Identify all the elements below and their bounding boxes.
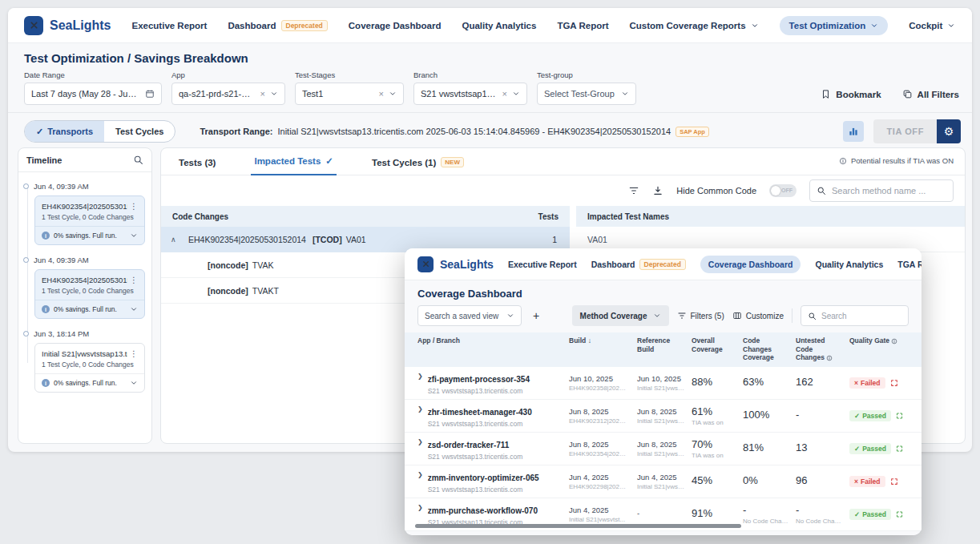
chevron-down-icon (506, 312, 514, 320)
brand[interactable]: SeaLights (24, 16, 111, 35)
all-filters-button[interactable]: All Filters (902, 89, 959, 99)
chevron-down-icon (751, 22, 759, 30)
check-icon: ✓ (854, 445, 860, 453)
coverage-row[interactable]: ❯zhr-timesheet-manager-430S21 vwsvtstsap… (405, 400, 922, 433)
saved-view-select[interactable]: Search a saved view (417, 305, 522, 326)
tab-tests[interactable]: Tests (3) (175, 158, 219, 175)
quality-gate-badge[interactable]: ×Failed (849, 476, 885, 487)
quality-gate-badge[interactable]: ✓Passed (849, 410, 891, 421)
filter-icon (677, 311, 687, 320)
nav-item-dashboard[interactable]: DashboardDeprecated (591, 259, 686, 270)
coverage-row[interactable]: ❯zmm-inventory-optimizer-065S21 vwsvtsts… (405, 465, 922, 498)
tia-off-button[interactable]: TIA OFF (873, 119, 937, 143)
expand-row-icon[interactable]: ❯ (417, 405, 423, 428)
test-cycles-toggle[interactable]: Test Cycles (104, 121, 175, 142)
overlay-search-input[interactable] (821, 312, 893, 320)
app-field[interactable]: qa-s21-prd-s21-mod... × (171, 83, 285, 105)
quality-gate-badge[interactable]: ×Failed (849, 377, 885, 389)
expand-icon[interactable] (896, 412, 903, 420)
customize-button[interactable]: Customize (732, 311, 784, 320)
search-icon[interactable] (133, 155, 143, 165)
test-group-label: Test-group (537, 71, 636, 79)
check-icon: ✓ (325, 155, 333, 167)
col-build[interactable]: Build ↓ (569, 336, 637, 362)
nav-item-executive-report[interactable]: Executive Report (131, 21, 207, 30)
expand-icon[interactable] (890, 478, 898, 486)
tests-header: Tests (538, 212, 559, 221)
timeline-card[interactable]: EH4K902354|20250530152...⋮ 1 Test Cycle,… (34, 195, 145, 245)
chevron-down-icon[interactable] (130, 379, 138, 387)
coverage-row[interactable]: ❯zsd-order-tracker-711S21 vwsvtstsap13.t… (405, 433, 922, 465)
quality-gate-badge[interactable]: ✓Passed (849, 443, 891, 454)
tab-impacted-tests[interactable]: Impacted Tests✓ (251, 155, 337, 175)
test-stages-field[interactable]: Test1 × (295, 83, 404, 105)
nav-item-tga-report[interactable]: TGA Report (897, 260, 922, 269)
chevron-down-icon[interactable] (621, 90, 629, 98)
nav-item-tga-report[interactable]: TGA Report (557, 21, 608, 30)
clear-icon[interactable]: × (379, 89, 384, 99)
filter-icon[interactable] (628, 185, 639, 196)
clear-icon[interactable]: × (260, 89, 265, 99)
nav-item-quality-analytics[interactable]: Quality Analytics (462, 21, 537, 30)
expand-row-icon[interactable]: ❯ (417, 504, 423, 526)
transports-toggle[interactable]: ✓Transports (25, 121, 104, 142)
chevron-down-icon (653, 312, 661, 320)
quality-gate-badge[interactable]: ✓Passed (849, 509, 891, 520)
expand-row-icon[interactable]: ❯ (417, 373, 423, 395)
tia-control[interactable]: TIA OFF ⚙ (873, 119, 961, 143)
test-stages-filter: Test-Stages Test1 × (295, 71, 404, 105)
chevron-down-icon[interactable] (389, 90, 397, 98)
search-icon[interactable] (817, 186, 826, 195)
brand[interactable]: SeaLights (417, 256, 494, 272)
download-icon[interactable] (652, 185, 663, 196)
expand-icon[interactable] (896, 510, 903, 518)
coverage-row[interactable]: ❯zfi-payment-processor-354S21 vwsvtstsap… (405, 367, 922, 400)
nav-item-custom-coverage-reports[interactable]: Custom Coverage Reports (630, 21, 759, 30)
check-icon: ✓ (854, 412, 860, 420)
nav-item-quality-analytics[interactable]: Quality Analytics (815, 260, 883, 269)
nav-item-dashboard[interactable]: DashboardDeprecated (228, 20, 327, 31)
info-icon: i (42, 379, 50, 387)
filters-button[interactable]: Filters (5) (677, 311, 724, 320)
method-search-input[interactable] (832, 186, 946, 195)
chevron-down-icon[interactable] (270, 90, 278, 98)
kebab-menu-icon[interactable]: ⋮ (127, 276, 138, 284)
bookmark-button[interactable]: Bookmark (821, 89, 881, 99)
info-icon (826, 355, 833, 361)
add-view-button[interactable]: + (530, 309, 542, 322)
chevron-down-icon[interactable] (512, 90, 520, 98)
kebab-menu-icon[interactable]: ⋮ (127, 349, 138, 358)
coverage-table: App / Branch Build ↓ Reference Build Ove… (405, 332, 922, 531)
nav-item-cockpit[interactable]: Cockpit (909, 21, 955, 30)
deprecated-badge: Deprecated (281, 20, 328, 31)
timeline-card[interactable]: EH4K902354|20250530152...⋮ 1 Test Cycle,… (34, 269, 145, 319)
sort-desc-icon[interactable]: ↓ (588, 336, 591, 345)
test-group-field[interactable]: Select Test-Group (537, 83, 636, 105)
expand-icon[interactable] (890, 379, 898, 387)
timeline-card[interactable]: Initial S21|vwsvtstsap13.tri...⋮ 1 Test … (34, 343, 145, 393)
timeline-panel: Timeline Jun 4, 09:39 AM EH4K902354|2025… (18, 147, 152, 444)
horizontal-scrollbar[interactable] (415, 524, 741, 528)
tab-test-cycles[interactable]: Test Cycles (1)NEW (369, 157, 467, 175)
expand-icon[interactable] (896, 445, 903, 453)
calendar-icon[interactable] (145, 89, 155, 99)
nav-item-test-optimization[interactable]: Test Optimization (780, 16, 889, 35)
nav-item-coverage-dashboard[interactable]: Coverage Dashboard (700, 256, 801, 273)
chart-view-button[interactable] (843, 121, 864, 142)
expand-row-icon[interactable]: ❯ (417, 471, 423, 494)
search-icon[interactable] (808, 312, 817, 320)
x-icon: × (854, 478, 858, 486)
date-range-field[interactable]: Last 7 days (May 28 - Jun 04, 2025) (24, 83, 162, 105)
collapse-caret-icon[interactable]: ∧ (171, 236, 188, 244)
expand-row-icon[interactable]: ❯ (417, 438, 423, 461)
method-coverage-select[interactable]: Method Coverage (572, 305, 669, 326)
chevron-down-icon[interactable] (130, 305, 138, 313)
branch-field[interactable]: S21 vwsvtstsap13.tr... × (413, 83, 527, 105)
hide-common-code-toggle[interactable]: OFF (769, 184, 797, 197)
clear-icon[interactable]: × (502, 89, 507, 99)
nav-item-coverage-dashboard[interactable]: Coverage Dashboard (349, 21, 442, 30)
tia-settings-button[interactable]: ⚙ (937, 119, 961, 143)
nav-item-executive-report[interactable]: Executive Report (508, 260, 577, 269)
kebab-menu-icon[interactable]: ⋮ (127, 202, 138, 211)
chevron-down-icon[interactable] (130, 232, 138, 240)
